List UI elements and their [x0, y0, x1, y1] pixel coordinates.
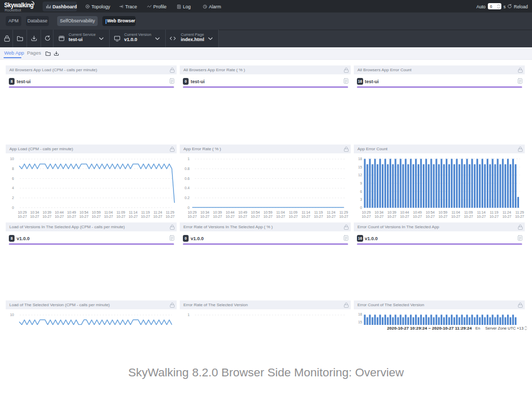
svg-text:11:14: 11:14: [301, 211, 310, 214]
svg-text:10-27: 10-27: [375, 215, 384, 218]
svg-text:10:29: 10:29: [188, 211, 196, 214]
svg-text:10-27: 10-27: [213, 215, 222, 218]
svg-text:11:14: 11:14: [477, 211, 486, 214]
svg-text:0: 0: [12, 206, 14, 209]
svg-text:10:49: 10:49: [238, 211, 247, 214]
svg-text:10-27: 10-27: [301, 215, 311, 218]
svg-text:3: 3: [360, 198, 362, 201]
svg-text:8: 8: [12, 167, 14, 171]
svg-text:15: 15: [358, 320, 362, 324]
svg-text:11:14: 11:14: [129, 211, 138, 214]
svg-text:10-27: 10-27: [327, 215, 336, 218]
svg-text:11:19: 11:19: [490, 211, 499, 214]
svg-text:0.8: 0.8: [184, 167, 190, 171]
svg-text:11:29: 11:29: [166, 211, 175, 214]
svg-text:10-27: 10-27: [515, 215, 525, 218]
svg-text:10-27: 10-27: [104, 215, 113, 218]
svg-text:10-27: 10-27: [79, 215, 89, 218]
svg-text:0.6: 0.6: [184, 177, 190, 180]
svg-text:4: 4: [12, 186, 14, 190]
svg-text:10-27: 10-27: [477, 215, 486, 218]
svg-text:10-27: 10-27: [201, 215, 210, 218]
svg-text:10-27: 10-27: [188, 215, 197, 218]
svg-text:10:54: 10:54: [79, 211, 88, 214]
svg-text:11:04: 11:04: [104, 211, 113, 214]
svg-text:2: 2: [12, 196, 14, 200]
svg-text:10-27: 10-27: [225, 215, 235, 218]
svg-text:18: 18: [358, 312, 362, 316]
svg-text:11:09: 11:09: [289, 211, 298, 214]
svg-text:10:44: 10:44: [55, 211, 64, 214]
svg-text:10: 10: [10, 157, 14, 161]
svg-text:10-27: 10-27: [314, 215, 323, 218]
svg-text:11:24: 11:24: [502, 211, 511, 214]
svg-text:10:34: 10:34: [375, 211, 383, 214]
svg-text:11:29: 11:29: [339, 211, 348, 214]
svg-text:10-27: 10-27: [92, 215, 101, 218]
svg-text:10-27: 10-27: [251, 215, 260, 218]
svg-text:10:59: 10:59: [92, 211, 101, 214]
svg-text:10:59: 10:59: [263, 211, 272, 214]
svg-text:10-27: 10-27: [129, 215, 138, 218]
svg-text:10:59: 10:59: [438, 211, 447, 214]
svg-text:10-27: 10-27: [55, 215, 64, 218]
svg-text:10:39: 10:39: [43, 211, 51, 214]
svg-text:10-27: 10-27: [400, 215, 409, 218]
svg-text:10-27: 10-27: [18, 215, 27, 218]
svg-text:15: 15: [358, 165, 362, 169]
svg-text:10-27: 10-27: [141, 215, 150, 218]
svg-text:10-27: 10-27: [116, 215, 126, 218]
svg-text:1: 1: [188, 157, 190, 161]
svg-text:10: 10: [10, 313, 14, 317]
svg-text:11:09: 11:09: [464, 211, 473, 214]
svg-text:0.4: 0.4: [184, 186, 190, 190]
svg-text:1: 1: [188, 313, 190, 317]
svg-text:0: 0: [360, 206, 362, 209]
svg-text:11:24: 11:24: [327, 211, 336, 214]
svg-text:10:39: 10:39: [213, 211, 222, 214]
svg-text:10:44: 10:44: [225, 211, 234, 214]
svg-text:10-27: 10-27: [388, 215, 397, 218]
svg-text:10-27: 10-27: [276, 215, 285, 218]
svg-text:10-27: 10-27: [451, 215, 461, 218]
svg-text:10:34: 10:34: [201, 211, 209, 214]
svg-text:10-27: 10-27: [67, 215, 76, 218]
svg-text:10:54: 10:54: [251, 211, 260, 214]
svg-text:10-27: 10-27: [425, 215, 435, 218]
svg-text:11:24: 11:24: [153, 211, 162, 214]
svg-text:11:09: 11:09: [116, 211, 125, 214]
svg-text:10-27: 10-27: [464, 215, 473, 218]
svg-text:0: 0: [188, 206, 190, 209]
svg-text:10-27: 10-27: [263, 215, 273, 218]
svg-text:10:49: 10:49: [67, 211, 76, 214]
svg-text:10-27: 10-27: [166, 215, 175, 218]
svg-text:10-27: 10-27: [238, 215, 248, 218]
svg-text:10-27: 10-27: [30, 215, 39, 218]
svg-text:10:34: 10:34: [30, 211, 39, 214]
svg-text:10:54: 10:54: [425, 211, 434, 214]
svg-text:11:04: 11:04: [276, 211, 285, 214]
svg-text:11:04: 11:04: [451, 211, 460, 214]
svg-text:10-27: 10-27: [438, 215, 448, 218]
svg-text:10:39: 10:39: [388, 211, 396, 214]
svg-text:10-27: 10-27: [43, 215, 52, 218]
svg-text:11:19: 11:19: [314, 211, 323, 214]
svg-text:9: 9: [360, 181, 362, 185]
svg-text:11:29: 11:29: [515, 211, 524, 214]
svg-text:10-27: 10-27: [502, 215, 512, 218]
svg-text:10-27: 10-27: [153, 215, 163, 218]
svg-text:11:19: 11:19: [141, 211, 150, 214]
svg-text:10-27: 10-27: [489, 215, 499, 218]
svg-text:10-27: 10-27: [339, 215, 349, 218]
svg-text:10:29: 10:29: [18, 211, 26, 214]
svg-text:6: 6: [12, 177, 14, 180]
svg-text:0.2: 0.2: [184, 196, 190, 200]
svg-text:12: 12: [358, 173, 362, 177]
svg-text:10-27: 10-27: [362, 215, 371, 218]
svg-text:10:29: 10:29: [362, 211, 370, 214]
svg-text:18: 18: [358, 157, 362, 161]
svg-text:10-27: 10-27: [289, 215, 298, 218]
svg-text:10:49: 10:49: [413, 211, 422, 214]
svg-text:6: 6: [360, 190, 362, 193]
svg-text:10-27: 10-27: [413, 215, 422, 218]
